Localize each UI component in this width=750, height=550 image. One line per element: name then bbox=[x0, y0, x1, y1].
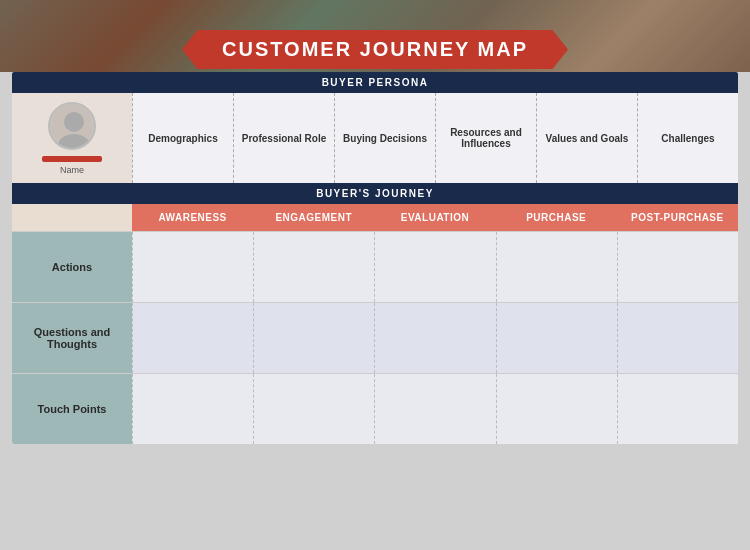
cell-actions-awareness[interactable] bbox=[132, 232, 253, 302]
page-title: CUSTOMER JOURNEY MAP bbox=[222, 38, 528, 61]
col-demographics: Demographics bbox=[132, 93, 233, 183]
cell-touchpoints-awareness[interactable] bbox=[132, 374, 253, 444]
title-banner: CUSTOMER JOURNEY MAP bbox=[182, 30, 568, 69]
stage-evaluation: EVALUATION bbox=[374, 204, 495, 231]
row-label-actions: Actions bbox=[12, 232, 132, 302]
cell-questions-evaluation[interactable] bbox=[374, 303, 495, 373]
buyer-persona-grid: Name Demographics Professional Role Buyi… bbox=[12, 93, 738, 183]
cell-actions-engagement[interactable] bbox=[253, 232, 374, 302]
stage-engagement: ENGAGEMENT bbox=[253, 204, 374, 231]
stage-postpurchase: POST-PURCHASE bbox=[617, 204, 738, 231]
row-label-questions: Questions and Thoughts bbox=[12, 303, 132, 373]
avatar-cell: Name bbox=[12, 93, 132, 183]
col-professional-role: Professional Role bbox=[233, 93, 334, 183]
buyer-persona-header: BUYER PERSONA bbox=[12, 72, 738, 93]
cell-touchpoints-engagement[interactable] bbox=[253, 374, 374, 444]
cell-touchpoints-purchase[interactable] bbox=[496, 374, 617, 444]
cell-questions-purchase[interactable] bbox=[496, 303, 617, 373]
cell-touchpoints-evaluation[interactable] bbox=[374, 374, 495, 444]
cell-actions-postpurchase[interactable] bbox=[617, 232, 738, 302]
main-card: BUYER PERSONA Name Demographics Professi… bbox=[12, 72, 738, 444]
col-challenges: Challenges bbox=[637, 93, 738, 183]
journey-stages-row: AWARENESS ENGAGEMENT EVALUATION PURCHASE… bbox=[12, 204, 738, 231]
cell-questions-postpurchase[interactable] bbox=[617, 303, 738, 373]
name-bar bbox=[42, 156, 102, 162]
name-label: Name bbox=[60, 165, 84, 175]
cell-actions-evaluation[interactable] bbox=[374, 232, 495, 302]
col-buying-decisions: Buying Decisions bbox=[334, 93, 435, 183]
stage-awareness: AWARENESS bbox=[132, 204, 253, 231]
row-actions: Actions bbox=[12, 231, 738, 302]
cell-actions-purchase[interactable] bbox=[496, 232, 617, 302]
row-questions: Questions and Thoughts bbox=[12, 302, 738, 373]
cell-questions-awareness[interactable] bbox=[132, 303, 253, 373]
buyers-journey-header: BUYER'S JOURNEY bbox=[12, 183, 738, 204]
row-label-touchpoints: Touch Points bbox=[12, 374, 132, 444]
stage-label-empty bbox=[12, 204, 132, 231]
avatar bbox=[48, 102, 96, 150]
svg-point-1 bbox=[64, 112, 84, 132]
page-container: CUSTOMER JOURNEY MAP BUYER PERSONA Name … bbox=[0, 0, 750, 550]
cell-questions-engagement[interactable] bbox=[253, 303, 374, 373]
row-touchpoints: Touch Points bbox=[12, 373, 738, 444]
stage-purchase: PURCHASE bbox=[496, 204, 617, 231]
cell-touchpoints-postpurchase[interactable] bbox=[617, 374, 738, 444]
col-resources: Resources and Influences bbox=[435, 93, 536, 183]
col-values: Values and Goals bbox=[536, 93, 637, 183]
